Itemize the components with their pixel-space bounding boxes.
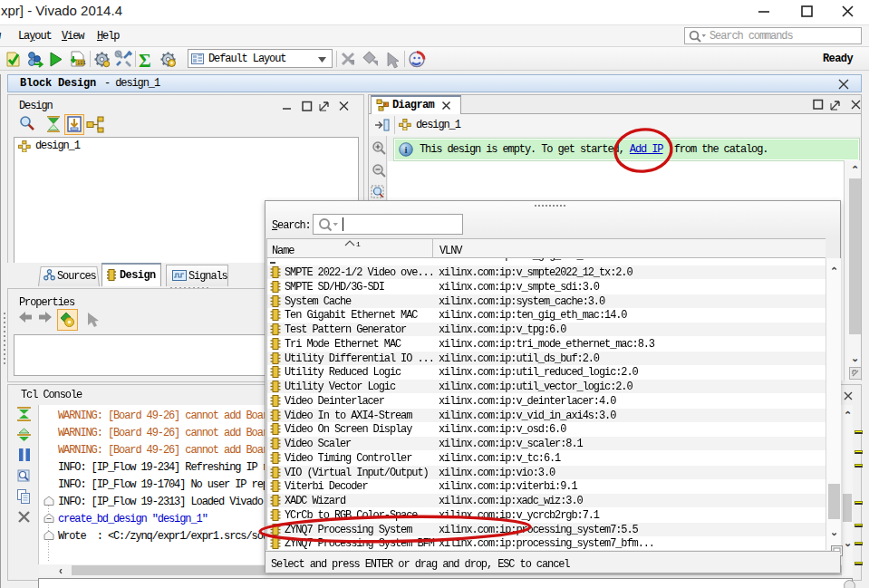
svg-text:Σ: Σ	[139, 50, 151, 72]
svg-text:i: i	[404, 144, 407, 155]
svg-text:1: 1	[356, 240, 361, 247]
svg-text:101: 101	[77, 60, 87, 66]
